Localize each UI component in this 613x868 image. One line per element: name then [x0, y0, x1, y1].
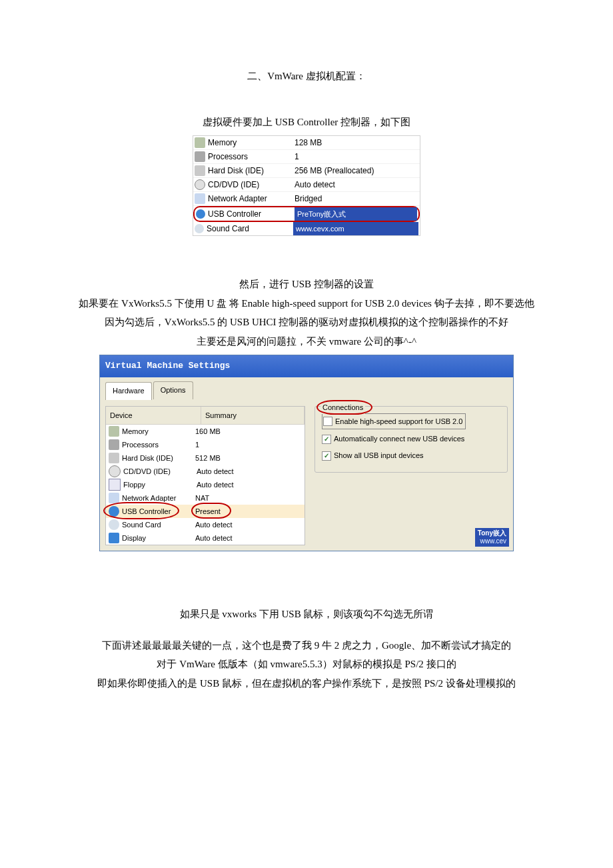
list-item[interactable]: USB ControllerPresent [106, 505, 305, 518]
device-name: Processors [122, 438, 195, 452]
cpu-icon [109, 439, 119, 450]
list-item[interactable]: FloppyAuto detect [106, 478, 305, 491]
checkbox-auto-connect-usb[interactable]: Automatically connect new USB devices [322, 432, 500, 446]
list-item[interactable]: Processors1 [106, 438, 305, 451]
hdd-icon [109, 453, 119, 463]
paragraph: 即如果你即使插入的是 USB 鼠标，但在虚拟机的客户操作系统下，是按照 PS/2… [47, 674, 566, 693]
sound-icon [195, 224, 204, 233]
cd-icon [195, 179, 205, 190]
device-summary: Auto detect [195, 531, 302, 545]
device-name: Processors [208, 149, 295, 165]
document-page: 二、VmWare 虚拟机配置： 虚拟硬件要加上 USB Controller 控… [0, 0, 613, 733]
list-item[interactable]: CD/DVD (IDE)Auto detect [106, 465, 305, 478]
device-name: Hard Disk (IDE) [208, 163, 295, 179]
device-list: Device Summary Memory160 MBProcessors1Ha… [105, 406, 305, 546]
device-value: 1 [295, 149, 418, 165]
memory-icon [195, 137, 205, 148]
memory-icon [109, 426, 119, 437]
list-item[interactable]: Hard Disk (IDE)256 MB (Preallocated) [193, 164, 420, 178]
device-name: Sound Card [207, 221, 293, 237]
list-item[interactable]: Network AdapterNAT [106, 491, 305, 505]
cd-icon [109, 465, 121, 477]
list-item[interactable]: CD/DVD (IDE)Auto detect [193, 178, 420, 192]
device-name: Sound Card [122, 518, 195, 532]
device-name: Floppy [123, 478, 197, 492]
hardware-list-small: Memory128 MBProcessors1Hard Disk (IDE)25… [47, 135, 566, 236]
watermark-badge: Tony嵌入 www.cev [475, 528, 509, 547]
list-item[interactable]: DisplayAuto detect [106, 531, 305, 545]
paragraph: 如果要在 VxWorks5.5 下使用 U 盘 将 Enable high-sp… [47, 294, 566, 313]
device-name: USB Controller [208, 207, 295, 222]
device-value: 128 MB [295, 135, 418, 151]
connections-group: Connections Enable high-speed support fo… [314, 406, 508, 473]
device-summary: Auto detect [195, 518, 302, 532]
device-name: Memory [122, 425, 195, 439]
device-name: CD/DVD (IDE) [208, 177, 295, 193]
vmware-settings-dialog: Virtual Machine Settings Hardware Option… [99, 355, 514, 551]
checkbox-show-usb-input[interactable]: Show all USB input devices [322, 449, 500, 463]
device-summary: 1 [195, 438, 302, 452]
tab-hardware[interactable]: Hardware [105, 382, 152, 400]
checkbox-enable-usb2[interactable]: Enable high-speed support for USB 2.0 [322, 413, 466, 430]
device-name: Memory [208, 135, 295, 151]
checkbox-icon [322, 451, 331, 461]
device-name: CD/DVD (IDE) [123, 465, 197, 479]
sound-icon [109, 519, 119, 530]
checkbox-label: Show all USB input devices [334, 449, 424, 463]
floppy-icon [109, 479, 121, 491]
device-summary: Auto detect [197, 465, 302, 479]
device-list-header: Device Summary [106, 407, 305, 425]
display-icon [109, 533, 119, 543]
usb-icon [196, 209, 205, 219]
list-item[interactable]: Sound Cardwww.cevx.com [193, 222, 420, 235]
paragraph: 因为勾选后，VxWorks5.5 的 USB UHCI 控制器的驱动对虚拟机模拟… [47, 313, 566, 332]
list-item[interactable]: USB ControllerPreTony嵌入式 [193, 206, 420, 222]
paragraph: 然后，进行 USB 控制器的设置 [47, 275, 566, 294]
paragraph: 主要还是风河的问题拉，不关 vmware 公司的事^-^ [47, 332, 566, 351]
list-item[interactable]: Hard Disk (IDE)512 MB [106, 451, 305, 465]
device-value: 256 MB (Preallocated) [295, 163, 418, 179]
device-summary: Present [195, 505, 302, 519]
device-name: USB Controller [122, 505, 195, 519]
tabs: Hardware Options [105, 381, 508, 399]
cpu-icon [195, 151, 205, 162]
checkbox-label: Enable high-speed support for USB 2.0 [335, 415, 462, 429]
device-value: Auto detect [295, 177, 418, 193]
net-icon [195, 193, 205, 204]
device-summary: 160 MB [195, 425, 302, 439]
section-title: 二、VmWare 虚拟机配置： [47, 67, 566, 86]
checkbox-icon [323, 417, 332, 426]
paragraph: 如果只是 vxworks 下用 USB 鼠标，则该项勾不勾选无所谓 [47, 605, 566, 624]
net-icon [109, 493, 119, 503]
device-summary: 512 MB [195, 451, 302, 465]
paragraph: 下面讲述最最最最关键的一点，这个也是费了我 9 牛 2 虎之力，Google、加… [47, 636, 566, 655]
col-summary: Summary [201, 407, 305, 425]
paragraph: 虚拟硬件要加上 USB Controller 控制器，如下图 [47, 113, 566, 132]
list-item[interactable]: Memory128 MB [193, 136, 420, 150]
paragraph: 对于 VmWare 低版本（如 vmware5.5.3）对鼠标的模拟是 PS/2… [47, 655, 566, 674]
device-name: Network Adapter [122, 491, 195, 505]
hdd-icon [195, 165, 205, 176]
device-value: Bridged [295, 191, 418, 207]
col-device: Device [106, 407, 201, 425]
list-item[interactable]: Network AdapterBridged [193, 192, 420, 206]
checkbox-icon [322, 435, 331, 444]
checkbox-label: Automatically connect new USB devices [334, 432, 464, 446]
list-item[interactable]: Sound CardAuto detect [106, 518, 305, 531]
usb-icon [109, 506, 119, 517]
tab-options[interactable]: Options [153, 381, 193, 399]
device-name: Hard Disk (IDE) [122, 451, 195, 465]
list-item[interactable]: Processors1 [193, 150, 420, 164]
dialog-title: Virtual Machine Settings [100, 355, 513, 377]
group-title: Connections [320, 401, 365, 415]
device-summary: NAT [195, 491, 302, 505]
device-value: www.cevx.com [293, 222, 418, 236]
device-name: Display [122, 531, 195, 545]
list-item[interactable]: Memory160 MB [106, 425, 305, 438]
device-value: PreTony嵌入式 [295, 207, 417, 221]
device-name: Network Adapter [208, 191, 295, 207]
device-summary: Auto detect [197, 478, 302, 492]
